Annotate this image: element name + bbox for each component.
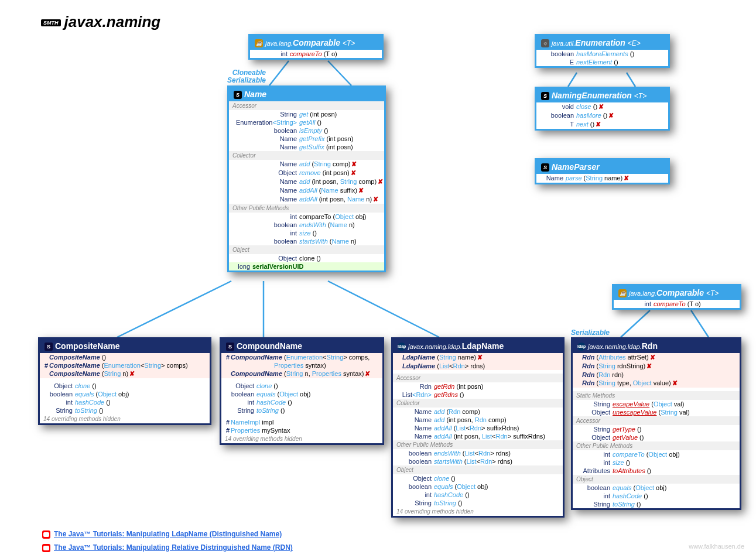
hidden-note: 14 overriding methods hidden bbox=[393, 507, 563, 516]
svg-line-8 bbox=[691, 310, 709, 337]
badge-icon: S bbox=[226, 343, 234, 351]
badge-icon: S bbox=[541, 163, 549, 172]
method-row: Enumeration<String>getAll () bbox=[229, 118, 384, 126]
section-label: Collector bbox=[393, 399, 563, 408]
svg-line-2 bbox=[117, 281, 231, 337]
ldap-icon: ldap bbox=[577, 343, 586, 351]
method-row: booleanisEmpty () bbox=[229, 126, 384, 135]
constructor-row: #CompoundName (Enumeration<String> comps… bbox=[221, 353, 382, 361]
interface-enumeration: ☼java.util.Enumeration <E> booleanhasMor… bbox=[535, 34, 670, 68]
constructor-row: Rdn (Attributes attrSet)✘ bbox=[573, 353, 740, 362]
ldap-icon: ldap bbox=[398, 343, 406, 351]
section-label: Other Public Methods bbox=[573, 441, 740, 450]
method-row: StringtoString () bbox=[393, 499, 563, 507]
class-rdn: ldapjavax.naming.ldap.Rdn Rdn (Attribute… bbox=[571, 337, 741, 510]
method-row: Objectclone () bbox=[40, 382, 210, 390]
interface-nameparser: SNameParser Nameparse (String name)✘ bbox=[535, 158, 670, 184]
box-header: ldapjavax.naming.ldap.LdapName bbox=[393, 339, 563, 353]
oracle-icon bbox=[42, 530, 50, 539]
section-label: Accessor bbox=[229, 101, 384, 110]
oracle-icon bbox=[42, 544, 50, 552]
footer-url: www.falkhausen.de bbox=[689, 543, 744, 550]
svg-line-5 bbox=[568, 73, 577, 87]
constructor-row: CompositeName () bbox=[40, 353, 210, 361]
section-label: Accessor bbox=[573, 416, 740, 425]
method-row: Objectclone () bbox=[393, 474, 563, 482]
package-title: SMTHjavax.naming bbox=[41, 13, 160, 31]
section-label: Object bbox=[229, 245, 384, 254]
interface-comparable-2: ☕java.lang.Comparable <T> intcompareTo (… bbox=[612, 284, 741, 310]
hidden-note: 14 overriding methods hidden bbox=[221, 434, 382, 443]
method-row: Nameadd (Rdn comp) bbox=[393, 408, 563, 416]
interface-name: SName AccessorStringget (int posn)Enumer… bbox=[227, 85, 386, 272]
constructor-row: LdapName (String name)✘ bbox=[393, 353, 563, 362]
cup-icon: ☕ bbox=[618, 289, 627, 297]
method-row: StringtoString () bbox=[40, 406, 210, 415]
box-header: ☕java.lang.Comparable <T> bbox=[614, 286, 740, 300]
box-header: SCompositeName bbox=[40, 339, 210, 353]
method-row: booleanequals (Object obj) bbox=[573, 484, 740, 492]
box-header: ☕java.lang.Comparable <T> bbox=[250, 36, 382, 50]
method-row: intcompareTo (Object obj) bbox=[229, 213, 384, 221]
method-row: Tnext ()✘ bbox=[536, 120, 668, 129]
method-row: booleanequals (Object obj) bbox=[40, 390, 210, 398]
method-row: NameaddAll (Name suffix)✘ bbox=[229, 186, 384, 195]
method-row: ObjectgetValue () bbox=[573, 433, 740, 441]
method-row: intcompareTo (T o) bbox=[614, 300, 740, 308]
method-row: booleanendsWith (Name n) bbox=[229, 221, 384, 229]
box-header: SNameParser bbox=[536, 160, 668, 174]
box-header: SNamingEnumeration <T> bbox=[536, 88, 668, 102]
annotation-cloneable-serializable: Cloneable Serializable bbox=[227, 69, 266, 84]
field-row: longserialVersionUID bbox=[229, 262, 384, 271]
svg-line-6 bbox=[627, 73, 635, 87]
method-row: intsize () bbox=[573, 458, 740, 467]
badge-icon: S bbox=[234, 91, 242, 99]
class-ldapname: ldapjavax.naming.ldap.LdapName LdapName … bbox=[391, 337, 565, 518]
section-label: Object bbox=[573, 475, 740, 484]
method-row: NameaddAll (int posn, Name n)✘ bbox=[229, 195, 384, 204]
constructor-row: CompoundName (String n, Properties synta… bbox=[221, 369, 382, 378]
method-row: Nameparse (String name)✘ bbox=[536, 174, 668, 183]
section-label: Static Methods bbox=[573, 391, 740, 400]
package-badge: SMTH bbox=[41, 19, 61, 26]
section-label: Object bbox=[393, 465, 563, 474]
method-row: intcompareTo (T o) bbox=[250, 50, 382, 58]
method-row: booleanequals (Object obj) bbox=[221, 390, 382, 398]
annotation-serializable: Serializable bbox=[571, 329, 610, 337]
box-header: SCompoundName bbox=[221, 339, 382, 353]
method-row: inthashCode () bbox=[393, 491, 563, 499]
section-label: Other Public Methods bbox=[229, 204, 384, 213]
tutorial-link-1[interactable]: The Java™ Tutorials: Manipulating LdapNa… bbox=[42, 530, 293, 539]
method-row: Nameadd (int posn, Rdn comp) bbox=[393, 416, 563, 424]
method-row: intcompareTo (Object obj) bbox=[573, 450, 740, 458]
section-label: Collector bbox=[229, 151, 384, 160]
section-label: Other Public Methods bbox=[393, 440, 563, 449]
method-row: booleanhasMore ()✘ bbox=[536, 111, 668, 120]
method-row: inthashCode () bbox=[40, 398, 210, 406]
svg-line-4 bbox=[328, 281, 439, 337]
cup-icon: ☕ bbox=[255, 39, 263, 47]
constructor-row: #CompositeName (Enumeration<String> comp… bbox=[40, 361, 210, 369]
constructor-row: Rdn (String rdnString)✘ bbox=[573, 362, 740, 371]
svg-line-0 bbox=[269, 61, 289, 85]
interface-comparable-1: ☕java.lang.Comparable <T> intcompareTo (… bbox=[248, 34, 384, 60]
box-header: ☼java.util.Enumeration <E> bbox=[536, 36, 668, 50]
class-compoundname: SCompoundName #CompoundName (Enumeration… bbox=[220, 337, 384, 445]
section-label: Accessor bbox=[393, 374, 563, 382]
method-row: Nameadd (int posn, String comp)✘ bbox=[229, 177, 384, 186]
class-compositename: SCompositeName CompositeName ()#Composit… bbox=[38, 337, 211, 425]
method-row: Objectclone () bbox=[229, 254, 384, 262]
method-row: NameaddAll (List<Rdn> suffixRdns) bbox=[393, 424, 563, 432]
tutorial-link-2[interactable]: The Java™ Tutorials: Manipulating Relati… bbox=[42, 543, 293, 552]
method-row: intsize () bbox=[229, 229, 384, 237]
method-row: inthashCode () bbox=[573, 492, 740, 500]
tutorial-links: The Java™ Tutorials: Manipulating LdapNa… bbox=[42, 530, 293, 552]
method-row: AttributestoAttributes () bbox=[573, 467, 740, 475]
method-row: voidclose ()✘ bbox=[536, 102, 668, 111]
constructor-row: Rdn (Rdn rdn) bbox=[573, 371, 740, 379]
method-row: NamegetPrefix (int posn) bbox=[229, 135, 384, 143]
hidden-note: 14 overriding methods hidden bbox=[40, 415, 210, 423]
gear-icon: ☼ bbox=[541, 39, 549, 47]
method-row: EnextElement () bbox=[536, 58, 668, 66]
method-row: NameaddAll (int posn, List<Rdn> suffixRd… bbox=[393, 432, 563, 440]
